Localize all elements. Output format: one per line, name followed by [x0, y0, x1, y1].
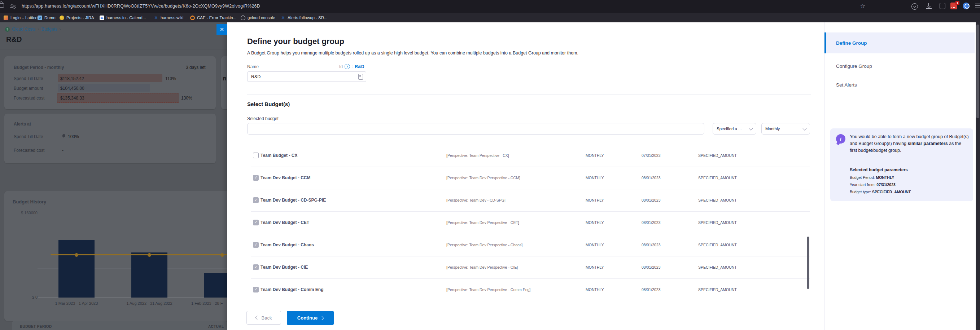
x-label-2: 1 Aug 2022 - 31 Aug 2022	[110, 301, 189, 305]
modal-title: Define your budget group	[247, 37, 344, 46]
budget-group-modal: Define your budget group A Budget Group …	[228, 22, 976, 330]
domo-favicon: D	[38, 16, 42, 20]
budget-line-point[interactable]	[75, 253, 78, 257]
bookmark-jira[interactable]: Projects - JIRA	[59, 15, 94, 21]
step-define-group[interactable]: Define Group	[826, 32, 975, 53]
extension-badge: 1	[956, 1, 959, 5]
budget-period-dropdown[interactable]: Monthly	[761, 123, 810, 135]
permissions-icon[interactable]	[10, 4, 16, 9]
alert-forecast-value: -	[62, 148, 64, 153]
budget-row-comm-eng[interactable]: ✓ Team Dev Budget - Comm Eng [Perspectiv…	[251, 278, 810, 301]
alerts-title: Alerts at	[14, 122, 31, 127]
name-label: Name	[247, 64, 259, 69]
modal-description: A Budget Group helps you manage multiple…	[247, 51, 578, 56]
checkbox[interactable]: ✓	[253, 220, 259, 225]
spend-value: $118,152.42	[60, 76, 84, 81]
selected-budget-input[interactable]	[247, 123, 704, 135]
budget-line-point[interactable]	[221, 253, 224, 257]
bookmark-calendar[interactable]: 31 harness.io - Calend...	[100, 15, 146, 21]
back-button[interactable]: Back	[247, 311, 281, 325]
budget-row-cd-spg-pie[interactable]: ✓ Team Dev Budget - CD-SPG-PIE [Perspect…	[251, 189, 810, 212]
extension-icon[interactable]	[940, 3, 945, 9]
page-title: R&D	[6, 35, 22, 44]
budget-table-header: BUDGET PERIOD ACTUAL	[12, 321, 228, 330]
param-year-start: Year start from: 07/31/2023	[850, 182, 896, 187]
bookmark-alerts[interactable]: ✕ Alerts followup - SR...	[281, 15, 328, 21]
y-tick-min: $ 0	[32, 295, 38, 299]
bookmarks-bar: Login – Lattice D Domo Projects - JIRA 3…	[0, 13, 980, 22]
info-text: You would be able to form a new budget g…	[850, 133, 969, 154]
param-budget-type: Budget type: SPECIFIED_AMOUNT	[850, 190, 911, 194]
alerts-card: Alerts at Spend Till Date 100% Forecaste…	[4, 114, 216, 163]
budget-row-ccm[interactable]: ✓ Team Dev Budget - CCM [Perspective: Te…	[251, 167, 810, 189]
y-tick-max: $ 160000	[21, 211, 38, 215]
continue-button[interactable]: Continue	[287, 311, 334, 325]
amount-value: $104,450.00	[60, 86, 84, 91]
budget-row-cie[interactable]: ✓ Team Dev Budget - CIE [Perspective: Te…	[251, 256, 810, 279]
budget-line-point[interactable]	[148, 253, 151, 257]
id-line: Id i : R&D	[339, 64, 364, 69]
forecast-value: $135,348.33	[60, 95, 84, 101]
confluence-favicon: ✕	[154, 16, 158, 20]
budget-type-dropdown[interactable]: Specified a ...	[713, 123, 756, 135]
checkbox[interactable]: ✓	[253, 175, 259, 181]
bookmark-wiki[interactable]: ✕ harness wiki	[154, 15, 183, 21]
budget-row-chaos[interactable]: ✓ Team Dev Budget - Chaos [Perspective: …	[251, 234, 810, 256]
chevron-down-icon	[749, 126, 752, 130]
checkbox[interactable]: ✓	[253, 242, 259, 248]
x-label-1: 1 Mar 2023 - 1 Apr 2023	[37, 301, 116, 305]
chevron-right-icon	[320, 316, 324, 320]
bookmark-cae[interactable]: CAE - Error Trackin...	[190, 15, 236, 21]
breadcrumb: $ Cloud Costs › Budgets ›	[5, 27, 60, 32]
gcloud-favicon	[241, 16, 245, 20]
list-scrollbar[interactable]	[807, 236, 809, 289]
step-configure-group[interactable]: Configure Group	[826, 56, 975, 76]
url-bar[interactable]: https://app.harness.io/ng/account/wFHXHD…	[22, 3, 260, 9]
bar-aug-2022[interactable]	[131, 252, 167, 298]
id-value: R&D	[355, 64, 364, 69]
pocket-icon[interactable]	[912, 3, 918, 10]
budget-period-title: Budget Period - monthly	[14, 65, 64, 70]
budget-history-chart: $ 160000 $ 0 1 Mar 2023 - 1 Apr 2023 1 A…	[40, 213, 228, 298]
confluence-favicon: ✕	[281, 16, 285, 20]
info-panel: i You would be able to form a new budget…	[830, 129, 973, 201]
jira-favicon	[59, 16, 64, 20]
breadcrumb-cloud-costs[interactable]: Cloud Costs	[12, 27, 35, 32]
budget-period-card: Budget Period - monthly 3 days left Spen…	[4, 56, 216, 109]
forecast-pct: 130%	[181, 95, 192, 101]
bookmark-gcloud[interactable]: gcloud console	[241, 15, 275, 21]
spend-pct: 113%	[165, 76, 176, 81]
bookmark-star-icon[interactable]: ☆	[859, 3, 866, 10]
name-input[interactable]: R&D	[247, 71, 366, 82]
params-title: Selected budget parameters	[850, 167, 908, 172]
budget-row-cet[interactable]: ✓ Team Dev Budget - CET [Perspective: Te…	[251, 211, 810, 234]
calendar-favicon: 31	[100, 16, 104, 20]
close-icon[interactable]: ✕	[216, 24, 228, 35]
checkbox[interactable]: ✓	[253, 287, 259, 292]
lock-icon	[0, 3, 4, 8]
screen: https://app.harness.io/ng/account/wFHXHD…	[0, 0, 980, 330]
bell-icon	[62, 134, 66, 138]
password-manager-icon[interactable]: 1	[950, 3, 957, 10]
checkbox[interactable]: ✓	[253, 264, 259, 270]
text-field-icon	[358, 74, 363, 80]
budget-row-cx[interactable]: ✓ Team Budget - CX [Perspective: Team Pe…	[251, 144, 810, 167]
browser-toolbar: https://app.harness.io/ng/account/wFHXHD…	[0, 0, 980, 13]
step-set-alerts[interactable]: Set Alerts	[826, 74, 975, 95]
chart-title: Budget History	[13, 199, 46, 205]
window-scrollbar-thumb[interactable]	[977, 25, 979, 118]
checkbox[interactable]: ✓	[253, 152, 259, 158]
bookmark-domo[interactable]: D Domo	[38, 15, 56, 21]
breadcrumb-budgets[interactable]: Budgets	[41, 27, 57, 32]
bookmark-lattice[interactable]: Login – Lattice	[3, 15, 38, 21]
chevron-left-icon	[255, 316, 259, 319]
days-left: 3 days left	[186, 65, 206, 70]
cloud-costs-icon: $	[5, 27, 10, 32]
profile-icon[interactable]	[963, 3, 969, 10]
download-icon[interactable]	[926, 3, 932, 9]
menu-icon[interactable]	[975, 3, 980, 8]
bar-mar-2023[interactable]	[59, 240, 94, 298]
checkbox[interactable]: ✓	[253, 197, 259, 203]
info-icon[interactable]: i	[345, 64, 350, 69]
divider	[0, 49, 228, 49]
